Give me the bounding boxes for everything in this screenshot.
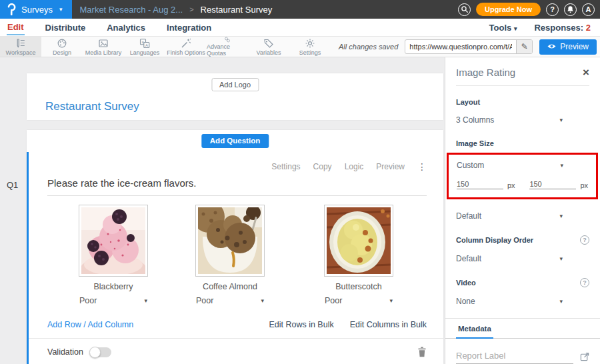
chevron-down-icon: ▾	[389, 297, 393, 304]
add-row-column-link[interactable]: Add Row / Add Column	[47, 320, 133, 329]
image-width-input[interactable]	[457, 179, 503, 189]
toolbar-item-label: Variables	[257, 49, 281, 56]
close-icon[interactable]: ×	[583, 68, 589, 77]
toolbar-item-advance-quotas[interactable]: Advance Quotas	[207, 37, 248, 57]
toolbar-item-finish-options[interactable]: Finish Options	[165, 37, 207, 57]
help-icon[interactable]: ?	[580, 278, 589, 287]
question-number: Q1	[7, 180, 18, 190]
more-options-icon[interactable]: ⋮	[417, 161, 427, 172]
edit-url-button[interactable]: ✎	[516, 39, 532, 54]
add-logo-button[interactable]: Add Logo	[211, 78, 259, 91]
chevron-down-icon: ▾	[559, 213, 563, 219]
toolbar-item-media-library[interactable]: Media Library	[83, 37, 124, 57]
image-size-label: Image Size	[456, 139, 589, 147]
toolbar-item-settings[interactable]: Settings	[289, 37, 331, 57]
column-order-row: Column Display Order ?	[456, 235, 589, 245]
breadcrumb-survey-name: Restaurant Survey	[201, 5, 273, 15]
help-icon[interactable]: ?	[580, 235, 589, 245]
tools-menu[interactable]: Tools ▾	[489, 23, 517, 33]
question-settings-link[interactable]: Settings	[271, 162, 300, 171]
question-settings-panel: Image Rating × Layout 3 Columns ▾ Image …	[445, 57, 600, 364]
preview-label: Preview	[560, 42, 589, 51]
chevron-down-icon: ▾	[559, 117, 563, 123]
tab-edit[interactable]: Edit	[7, 19, 25, 35]
survey-header-card: Add Logo Restaurant Survey	[27, 73, 443, 120]
trash-icon	[417, 347, 427, 357]
image-size-mode-select[interactable]: Custom ▾	[457, 161, 563, 170]
question-logic-link[interactable]: Logic	[345, 162, 364, 171]
delete-question-button[interactable]	[417, 347, 427, 357]
flavor-label: Coffee Almond	[180, 282, 280, 291]
layout-select[interactable]: 3 Columns ▾	[456, 115, 563, 125]
layout-value: 3 Columns	[456, 115, 494, 125]
product-menu[interactable]: Surveys ▾	[0, 0, 72, 19]
questionpro-logo-icon	[7, 3, 16, 15]
svg-text:A: A	[145, 43, 148, 47]
toolbar-item-label: Advance Quotas	[207, 43, 248, 57]
image-height-input[interactable]	[529, 179, 576, 189]
responses-link[interactable]: Responses: 2	[534, 23, 591, 33]
bell-icon	[567, 5, 574, 13]
chevron-down-icon: ▾	[514, 25, 517, 32]
product-menu-label: Surveys	[21, 5, 53, 15]
topbar-actions: Upgrade Now ? A	[458, 3, 600, 16]
question-footer: Validation	[29, 339, 443, 357]
pencil-icon: ✎	[521, 42, 528, 51]
tab-integration[interactable]: Integration	[166, 20, 212, 35]
edit-rows-bulk-link[interactable]: Edit Rows in Bulk	[269, 320, 333, 329]
column-order-select[interactable]: Default ▾	[456, 254, 563, 263]
video-row: Video ?	[456, 278, 589, 287]
rating-value: Poor	[196, 296, 213, 305]
tab-analytics[interactable]: Analytics	[106, 20, 146, 35]
subnav-right: Tools ▾ Responses: 2	[489, 23, 593, 33]
help-button[interactable]: ?	[546, 3, 559, 16]
workspace-icon	[15, 38, 26, 49]
panel-divider	[456, 85, 589, 86]
video-label: Video	[456, 279, 476, 287]
question-block: Settings Copy Logic Preview ⋮ Please rat…	[27, 152, 443, 364]
question-copy-link[interactable]: Copy	[313, 162, 332, 171]
toolbar-item-label: Finish Options	[167, 49, 205, 56]
eye-icon	[547, 43, 556, 49]
upgrade-now-button[interactable]: Upgrade Now	[476, 3, 541, 16]
edit-columns-bulk-link[interactable]: Edit Columns in Bulk	[350, 320, 427, 329]
column-order-label: Column Display Order	[456, 236, 533, 244]
survey-canvas: Q1 Add Logo Restaurant Survey Add Questi…	[0, 57, 445, 364]
account-avatar[interactable]: A	[582, 3, 595, 16]
translate-icon: aA	[139, 38, 150, 49]
add-question-button[interactable]: Add Question	[201, 134, 269, 148]
flavor-image-coffee-almond[interactable]	[195, 205, 265, 277]
tab-distribute[interactable]: Distribute	[45, 20, 87, 35]
toolbar-item-design[interactable]: Design	[41, 37, 83, 57]
tag-icon	[263, 38, 274, 49]
toolbar-item-languages[interactable]: aA Languages	[124, 37, 165, 57]
search-button[interactable]	[458, 3, 471, 16]
image-icon	[98, 38, 109, 49]
preview-button[interactable]: Preview	[539, 39, 597, 55]
bulk-edit-links: Edit Rows in Bulk Edit Columns in Bulk	[269, 320, 427, 329]
flavor-image-blackberry[interactable]	[79, 205, 148, 277]
report-label-input[interactable]	[456, 349, 573, 364]
question-preview-link[interactable]: Preview	[376, 162, 405, 171]
rating-dropdown-blackberry[interactable]: Poor ▾	[79, 296, 147, 305]
notifications-button[interactable]	[564, 3, 577, 16]
rating-dropdown-coffee-almond[interactable]: Poor ▾	[196, 296, 264, 305]
breadcrumb: Market Research - Aug 2... > Restaurant …	[80, 5, 273, 15]
survey-url-input[interactable]	[405, 43, 516, 51]
toolbar-item-workspace[interactable]: Workspace	[0, 37, 41, 57]
toolbar-item-label: Design	[53, 49, 71, 56]
survey-title[interactable]: Restaurant Survey	[45, 100, 139, 113]
validation-toggle[interactable]	[90, 347, 111, 357]
toolbar-item-variables[interactable]: Variables	[248, 37, 289, 57]
metadata-tabs: Metadata	[445, 319, 600, 339]
breadcrumb-folder-link[interactable]: Market Research - Aug 2...	[80, 5, 183, 15]
video-select[interactable]: None ▾	[456, 297, 563, 306]
flavor-column-butterscotch: Butterscotch Poor ▾	[309, 205, 409, 305]
column-order-value: Default	[456, 254, 481, 263]
external-link-icon[interactable]	[580, 352, 589, 361]
rating-dropdown-butterscotch[interactable]: Poor ▾	[325, 296, 393, 305]
responses-count: 2	[586, 23, 591, 33]
flavor-image-butterscotch[interactable]	[324, 205, 393, 277]
tab-metadata[interactable]: Metadata	[456, 319, 493, 339]
image-style-select[interactable]: Default ▾	[456, 211, 563, 221]
